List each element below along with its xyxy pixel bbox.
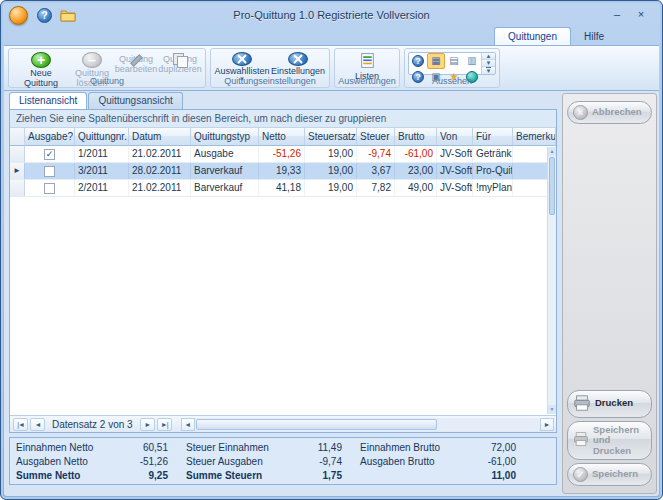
- scrollbar-thumb[interactable]: [196, 419, 438, 430]
- tab-listenansicht[interactable]: Listenansicht: [9, 92, 87, 109]
- checkbox[interactable]: [44, 183, 55, 194]
- scroll-left-icon[interactable]: ◄: [181, 418, 195, 431]
- abbrechen-button[interactable]: × Abbrechen: [567, 101, 652, 124]
- summary-label: [360, 469, 464, 483]
- steuersatz-cell: 19,00: [305, 163, 357, 179]
- column-header-von[interactable]: Von: [437, 128, 473, 146]
- netto-cell: 41,18: [259, 180, 305, 196]
- printer-icon: [573, 394, 591, 414]
- style-option-2-selected[interactable]: ▦: [427, 53, 445, 69]
- table-row[interactable]: ✓ 1/2011 21.02.2011 Ausgabe -51,26 19,00…: [10, 146, 556, 163]
- table-row[interactable]: 2/2011 21.02.2011 Barverkauf 41,18 19,00…: [10, 180, 556, 197]
- column-header-netto[interactable]: Netto: [259, 128, 305, 146]
- checkbox[interactable]: ✓: [44, 149, 55, 160]
- tab-quittungsansicht[interactable]: Quittungsansicht: [88, 92, 183, 109]
- gallery-scroll-down-button[interactable]: ▼: [482, 60, 495, 67]
- steuer-cell: 3,67: [357, 163, 395, 179]
- scrollbar-track[interactable]: [548, 156, 556, 405]
- ribbon-tab-row: Quittungen Hilfe: [4, 27, 659, 45]
- einstellungen-button[interactable]: Einstellungen: [270, 51, 326, 75]
- style-option-3[interactable]: ▤: [445, 53, 463, 69]
- quittung-loeschen-button[interactable]: – Quittung löschen: [70, 51, 114, 75]
- button-label: Drucken: [595, 398, 633, 408]
- gallery-more-button[interactable]: ▼: [482, 67, 495, 74]
- minimize-button[interactable]: –: [609, 8, 625, 22]
- checkbox[interactable]: [44, 166, 55, 177]
- column-header-quittungnr[interactable]: Quittungnr.: [75, 128, 129, 146]
- netto-cell: -51,26: [259, 146, 305, 162]
- help-button[interactable]: ?: [37, 8, 52, 23]
- vertical-scrollbar[interactable]: ▲ ▼: [547, 147, 556, 414]
- scrollbar-track[interactable]: [195, 418, 540, 431]
- summary-label: Steuer Einnahmen: [186, 441, 290, 455]
- fuer-cell: Getränk...: [473, 146, 513, 162]
- column-header-fuer[interactable]: Für: [473, 128, 513, 146]
- tools-icon: [232, 52, 252, 66]
- quittung-bearbeiten-button[interactable]: Quittung bearbeiten: [114, 51, 158, 75]
- gallery-scroll-up-button[interactable]: ▲: [482, 53, 495, 60]
- ribbon-group-quittung: + Neue Quittung – Quittung löschen Quitt…: [8, 48, 206, 88]
- window-title: Pro-Quittung 1.0 Registrierte Vollversio…: [4, 9, 659, 21]
- style-option-4[interactable]: ▥: [463, 53, 481, 69]
- open-folder-button[interactable]: [60, 9, 76, 22]
- main-area: Listenansicht Quittungsansicht Ziehen Si…: [4, 91, 659, 496]
- nav-prev-button[interactable]: ◄: [30, 418, 45, 431]
- nav-first-button[interactable]: |◄: [13, 418, 28, 431]
- group-by-panel[interactable]: Ziehen Sie eine Spaltenüberschrift in di…: [10, 110, 556, 128]
- summary-value: 72,00: [464, 441, 516, 455]
- row-indicator: ►: [10, 163, 25, 179]
- summary-value: 9,25: [116, 469, 168, 483]
- speichern-und-drucken-button[interactable]: Speichern und Drucken: [567, 421, 652, 460]
- steuersatz-cell: 19,00: [305, 146, 357, 162]
- nav-last-button[interactable]: ►|: [157, 418, 172, 431]
- column-header-quittungstyp[interactable]: Quittungstyp: [191, 128, 259, 146]
- copy-icon: [172, 52, 188, 54]
- speichern-button[interactable]: ✓ Speichern: [567, 463, 652, 486]
- drucken-button[interactable]: Drucken: [567, 390, 652, 418]
- brutto-cell: 49,00: [395, 180, 437, 196]
- style-options: ? ▦ ▤ ▥ ? ▣ ★: [409, 53, 481, 74]
- scroll-up-icon[interactable]: ▲: [548, 147, 556, 156]
- action-sidebar: × Abbrechen Drucken Speichern und Drucke…: [562, 93, 657, 494]
- app-window: ? Pro-Quittung 1.0 Registrierte Vollvers…: [0, 0, 663, 500]
- column-header-bemerkung[interactable]: Bemerkung: [513, 128, 556, 146]
- style-option-1[interactable]: ?: [409, 53, 427, 69]
- column-header-steuer[interactable]: Steuer: [357, 128, 395, 146]
- app-logo-icon[interactable]: [9, 6, 28, 25]
- summary-label: Einnahmen Brutto: [360, 441, 464, 455]
- steuer-cell: 7,82: [357, 180, 395, 196]
- titlebar[interactable]: ? Pro-Quittung 1.0 Registrierte Vollvers…: [4, 3, 659, 27]
- horizontal-scrollbar[interactable]: ◄ ►: [181, 418, 554, 431]
- ausgabe-cell: [25, 180, 75, 196]
- tab-quittungen[interactable]: Quittungen: [494, 27, 571, 45]
- gallery-scrollbar: ▲ ▼ ▼: [481, 53, 495, 74]
- datum-cell: 21.02.2011: [129, 180, 191, 196]
- scrollbar-thumb[interactable]: [549, 157, 555, 215]
- question-icon: ?: [412, 55, 424, 67]
- nav-next-button[interactable]: ►: [140, 418, 155, 431]
- tab-hilfe[interactable]: Hilfe: [571, 28, 617, 45]
- neue-quittung-button[interactable]: + Neue Quittung: [12, 51, 70, 75]
- column-header-steuersatz[interactable]: Steuersatz: [305, 128, 357, 146]
- quittung-duplizieren-button[interactable]: Quittung duplizieren: [158, 51, 202, 75]
- scroll-down-icon[interactable]: ▼: [548, 405, 556, 414]
- column-header-ausgabe[interactable]: Ausgabe? ▼: [25, 128, 75, 146]
- column-header-datum[interactable]: Datum: [129, 128, 191, 146]
- grid-style-icon: ▦: [431, 56, 440, 66]
- summary-label: Einnahmen Netto: [16, 441, 116, 455]
- row-indicator: [10, 180, 25, 196]
- column-header-brutto[interactable]: Brutto: [395, 128, 437, 146]
- grid-header-row: Ausgabe? ▼ Quittungnr. Datum Quittungsty…: [10, 128, 556, 146]
- ribbon: + Neue Quittung – Quittung löschen Quitt…: [4, 45, 659, 91]
- von-cell: JV-Soft: [437, 180, 473, 196]
- quittungnr-cell: 1/2011: [75, 146, 129, 162]
- scroll-right-icon[interactable]: ►: [540, 418, 554, 431]
- brutto-cell: -61,00: [395, 146, 437, 162]
- table-row-selected[interactable]: ► 3/2011 28.02.2011 Barverkauf 19,33 19,…: [10, 163, 556, 180]
- close-button[interactable]: ×: [633, 8, 649, 22]
- ribbon-group-quittungseinstellungen: Auswahllisten ▼ Einstellungen Quittungse…: [210, 48, 330, 88]
- listen-button[interactable]: Listen: [338, 51, 396, 75]
- summary-value: 11,49: [290, 441, 342, 455]
- auswahllisten-button[interactable]: Auswahllisten ▼: [214, 51, 270, 75]
- summary-row-einnahmen: Einnahmen Netto60,51 Steuer Einnahmen11,…: [16, 441, 550, 455]
